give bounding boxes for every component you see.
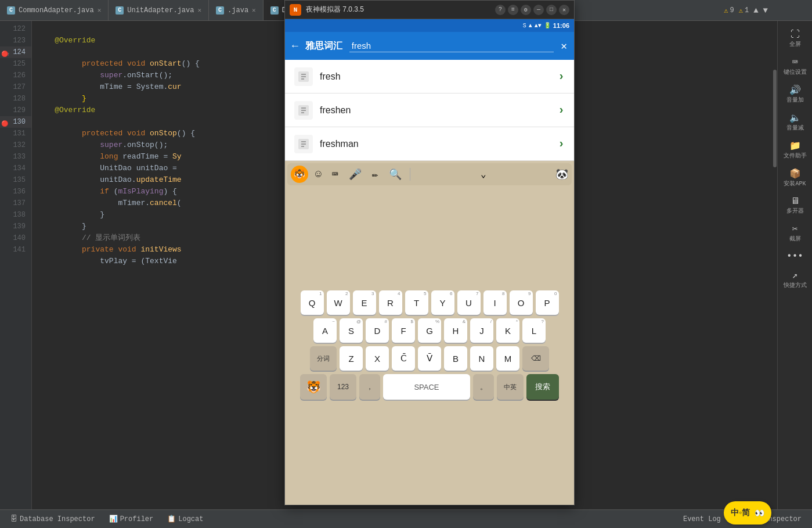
- key-P[interactable]: 0 P: [536, 290, 559, 315]
- key-A[interactable]: ~ A: [313, 318, 337, 343]
- key-emoji-bottom[interactable]: 🐯: [300, 374, 327, 400]
- pen-btn[interactable]: ✏: [369, 167, 382, 182]
- tab-database-inspector[interactable]: 🗄 Database Inspector: [5, 512, 101, 526]
- line-138: 138: [0, 209, 31, 221]
- key-M[interactable]: M: [496, 346, 519, 371]
- nox-menu-btn[interactable]: ≡: [508, 5, 518, 15]
- book-icon-freshman: [297, 137, 311, 151]
- key-num-8: 8: [502, 291, 504, 296]
- toolbar-separator: [410, 168, 410, 181]
- key-O[interactable]: 9 O: [510, 290, 533, 315]
- tool-volume-up[interactable]: 🔊 音量加: [779, 81, 811, 107]
- cn-input-bar[interactable]: 中◦简 👀: [724, 501, 771, 525]
- key-V-bar[interactable]: V̄: [418, 346, 441, 371]
- key-U[interactable]: 7 U: [457, 290, 481, 315]
- collapse-icon[interactable]: ▼: [763, 6, 768, 15]
- tab-event-log[interactable]: Event Log: [677, 513, 727, 526]
- tab-logcat[interactable]: 📋 Logcat: [161, 512, 209, 526]
- line-136: 136: [0, 186, 31, 197]
- emoji-face-btn[interactable]: 🐯: [291, 166, 308, 183]
- key-J[interactable]: / J: [470, 318, 493, 343]
- word-item-fresh[interactable]: fresh ›: [285, 60, 574, 94]
- warning-badge-2[interactable]: ⚠ 1: [739, 6, 749, 15]
- key-search[interactable]: 搜索: [526, 374, 559, 400]
- tool-more[interactable]: •••: [779, 247, 811, 265]
- key-Q[interactable]: 1 Q: [301, 290, 324, 315]
- key-letter-A: A: [322, 326, 328, 336]
- tab-java[interactable]: C .java ✕: [209, 0, 264, 20]
- nox-close-btn[interactable]: ✕: [559, 5, 569, 15]
- key-B[interactable]: B: [444, 346, 467, 371]
- search-close-button[interactable]: ✕: [561, 39, 567, 52]
- line-133: 133: [0, 151, 31, 163]
- key-sym-pct: %: [435, 319, 439, 324]
- warning-badge-1[interactable]: ⚠ 9: [724, 6, 734, 15]
- key-C-bar[interactable]: C̄: [392, 346, 415, 371]
- screenshot-label: 截屏: [789, 236, 801, 243]
- tool-file-assist[interactable]: 📁 文件助手: [779, 137, 811, 163]
- key-X[interactable]: X: [366, 346, 389, 371]
- search-input[interactable]: [349, 39, 554, 52]
- tool-install-apk[interactable]: 📦 安装APK: [779, 164, 811, 191]
- status-time: 11:06: [553, 22, 569, 29]
- word-item-freshen[interactable]: freshen ›: [285, 94, 574, 127]
- tab-close-common[interactable]: ✕: [98, 6, 102, 14]
- key-G[interactable]: % G: [418, 318, 441, 343]
- scrollbar-area[interactable]: [773, 21, 777, 509]
- fullscreen-label: 全屏: [789, 41, 801, 48]
- nox-help-btn[interactable]: ?: [495, 5, 506, 15]
- tool-volume-down[interactable]: 🔈 音量减: [779, 109, 811, 135]
- tab-unit-adapter[interactable]: C UnitAdapter.java ✕: [109, 0, 209, 20]
- line-137: 137: [0, 197, 31, 209]
- key-fenci[interactable]: 分词: [310, 346, 337, 371]
- tab-profiler[interactable]: 📊 Profiler: [103, 512, 160, 526]
- tool-fullscreen[interactable]: ⛶ 全屏: [779, 26, 811, 52]
- key-Y[interactable]: 6 Y: [431, 290, 454, 315]
- tab-common-adapter[interactable]: C CommonAdapter.java ✕: [0, 0, 109, 20]
- key-W[interactable]: 2 W: [327, 290, 350, 315]
- key-H[interactable]: & H: [444, 318, 467, 343]
- line-140: 140: [0, 232, 31, 244]
- mic-btn[interactable]: 🎤: [345, 167, 365, 182]
- key-L[interactable]: ? L: [522, 318, 546, 343]
- key-123[interactable]: 123: [330, 374, 356, 400]
- tab-close-unit[interactable]: ✕: [197, 6, 201, 14]
- key-backspace[interactable]: ⌫: [522, 346, 549, 371]
- key-T[interactable]: 5 T: [405, 290, 428, 315]
- logcat-label: Logcat: [178, 515, 203, 523]
- key-K[interactable]: * K: [496, 318, 519, 343]
- key-I[interactable]: 8 I: [483, 290, 507, 315]
- key-space[interactable]: SPACE: [383, 374, 470, 400]
- key-R[interactable]: 4 R: [379, 290, 402, 315]
- expand-icon[interactable]: ▲: [753, 6, 758, 15]
- key-S[interactable]: @ S: [340, 318, 363, 343]
- key-letter-M: M: [504, 354, 512, 364]
- nox-minimize-btn[interactable]: —: [533, 5, 544, 15]
- key-E[interactable]: 3 E: [353, 290, 376, 315]
- key-F[interactable]: $ F: [392, 318, 415, 343]
- tab-close-java[interactable]: ✕: [252, 6, 256, 14]
- tool-keysettings[interactable]: ⌨ 键位设置: [779, 53, 811, 80]
- nox-settings-btn[interactable]: ⚙: [521, 5, 531, 15]
- word-item-freshman[interactable]: freshman ›: [285, 127, 574, 161]
- key-comma[interactable]: ，: [359, 374, 380, 400]
- key-lang[interactable]: 中英: [497, 374, 524, 400]
- expand-kb-btn[interactable]: ⌄: [481, 168, 486, 180]
- key-dot[interactable]: 。: [473, 374, 494, 400]
- tool-shortcuts[interactable]: ↗ 快捷方式: [779, 266, 811, 293]
- key-D[interactable]: # D: [366, 318, 389, 343]
- emoji-btn[interactable]: ☺: [312, 167, 325, 181]
- nox-maximize-btn[interactable]: □: [546, 5, 557, 15]
- search-kb-btn[interactable]: 🔍: [385, 167, 405, 182]
- key-Z[interactable]: Z: [340, 346, 363, 371]
- tool-multi-open[interactable]: 🖥 多开器: [779, 192, 811, 218]
- tool-screenshot[interactable]: ✂ 截屏: [779, 220, 811, 246]
- scrollbar-thumb[interactable]: [773, 70, 777, 167]
- key-letter-B: B: [453, 354, 459, 364]
- event-log-label: Event Log: [683, 515, 721, 523]
- line-124: 124 🔴 ↑: [0, 46, 31, 58]
- back-button[interactable]: ←: [292, 40, 298, 52]
- tab-label-java: .java: [228, 6, 248, 15]
- key-N[interactable]: N: [470, 346, 493, 371]
- clipboard-btn[interactable]: ⌨: [329, 167, 342, 182]
